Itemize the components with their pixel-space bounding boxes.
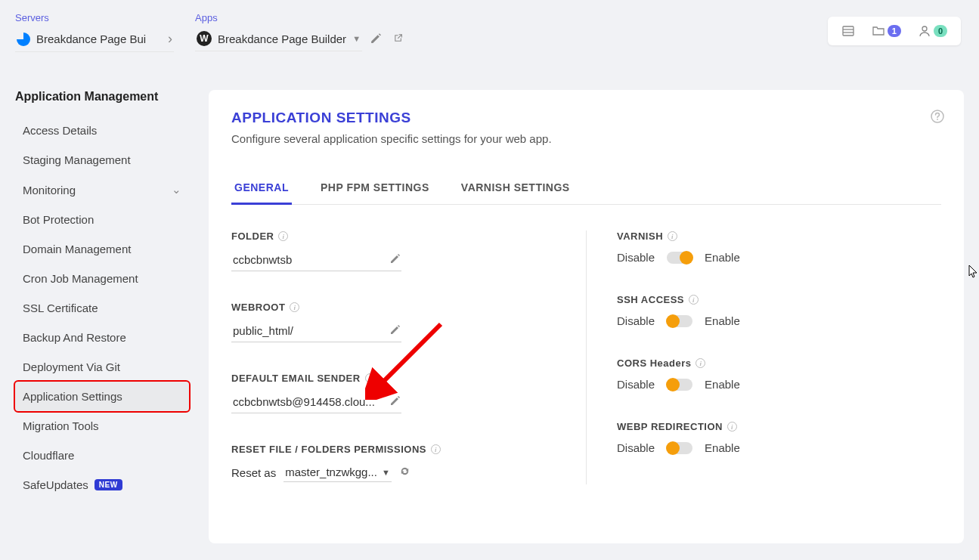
sidebar: Application Management Access DetailsSta… [15, 90, 189, 543]
email-field[interactable]: ccbcbnwtsb@914458.clou... [231, 390, 401, 413]
server-selector[interactable]: Breakdance Page Bui › [15, 26, 174, 52]
reset-prefix: Reset as [231, 466, 276, 479]
info-icon[interactable]: i [278, 231, 288, 241]
mouse-cursor [968, 265, 979, 283]
sidebar-title: Application Management [15, 90, 189, 104]
pencil-icon[interactable] [389, 394, 400, 408]
email-label: DEFAULT EMAIL SENDER [231, 373, 361, 384]
enable-label: Enable [705, 251, 740, 264]
webroot-field[interactable]: public_html/ [231, 319, 401, 342]
ssh-label: SSH ACCESS [617, 294, 684, 305]
ssh-toggle[interactable] [667, 315, 692, 327]
sidebar-item-backup-and-restore[interactable]: Backup And Restore [15, 323, 189, 352]
sidebar-item-label: Cloudflare [23, 449, 74, 462]
edit-app-icon[interactable] [370, 32, 381, 46]
user-status-icon[interactable]: 0 [918, 24, 947, 38]
sidebar-item-domain-management[interactable]: Domain Management [15, 234, 189, 264]
app-selector[interactable]: W Breakdance Page Builder ▼ [195, 26, 362, 51]
sidebar-item-label: Migration Tools [23, 419, 99, 432]
sidebar-item-label: Backup And Restore [23, 331, 126, 344]
open-external-icon[interactable] [392, 32, 403, 46]
list-icon[interactable] [841, 24, 855, 38]
sidebar-item-label: SSL Certificate [23, 302, 98, 314]
caret-down-icon: ▼ [352, 34, 361, 43]
cors-label: CORS Headers [617, 357, 691, 369]
sidebar-item-safeupdates[interactable]: SafeUpdatesNEW [15, 470, 189, 500]
sidebar-item-label: Cron Job Management [23, 272, 138, 285]
caret-down-icon: ▼ [382, 468, 390, 477]
disable-label: Disable [617, 251, 655, 264]
folder-badge: 1 [888, 25, 901, 37]
info-icon[interactable]: i [290, 302, 299, 312]
disable-label: Disable [617, 441, 655, 454]
folder-status-icon[interactable]: 1 [872, 24, 901, 38]
tab-general[interactable]: GENERAL [231, 172, 292, 205]
sidebar-item-label: Application Settings [23, 390, 122, 403]
info-icon[interactable]: i [431, 444, 441, 454]
cors-toggle[interactable] [667, 379, 692, 391]
info-icon[interactable]: i [696, 358, 705, 368]
sidebar-item-cloudflare[interactable]: Cloudflare [15, 441, 189, 470]
tab-php-fpm-settings[interactable]: PHP FPM SETTINGS [318, 172, 432, 204]
pencil-icon[interactable] [389, 252, 400, 266]
sidebar-item-application-settings[interactable]: Application Settings [15, 382, 189, 411]
settings-panel: APPLICATION SETTINGS Configure several a… [209, 90, 964, 543]
refresh-icon[interactable] [399, 466, 410, 479]
info-icon[interactable]: i [689, 295, 699, 305]
varnish-label: VARNISH [617, 230, 663, 242]
enable-label: Enable [705, 378, 740, 391]
info-icon[interactable]: i [668, 231, 677, 241]
panel-subtitle: Configure several application specific s… [231, 132, 941, 145]
panel-title: APPLICATION SETTINGS [231, 110, 941, 126]
varnish-toggle[interactable] [667, 252, 692, 264]
app-breadcrumb: Apps W Breakdance Page Builder ▼ [195, 12, 407, 51]
sidebar-item-label: Access Details [23, 124, 97, 137]
disable-label: Disable [617, 314, 655, 327]
pencil-icon[interactable] [389, 323, 400, 337]
folder-label: FOLDER [231, 230, 274, 242]
folder-field[interactable]: ccbcbnwtsb [231, 248, 401, 271]
sidebar-item-bot-protection[interactable]: Bot Protection [15, 205, 189, 234]
enable-label: Enable [705, 314, 740, 327]
enable-label: Enable [705, 441, 740, 454]
status-box: 1 0 [828, 17, 961, 45]
webp-label: WEBP REDIRECTION [617, 421, 723, 432]
server-breadcrumb: Servers Breakdance Page Bui › [15, 12, 174, 52]
sidebar-item-label: Staging Management [23, 153, 131, 166]
sidebar-item-deployment-via-git[interactable]: Deployment Via Git [15, 352, 189, 382]
reset-user-select[interactable]: master_tnzwkgg... ▼ [283, 463, 392, 482]
sidebar-item-cron-job-management[interactable]: Cron Job Management [15, 264, 189, 293]
tabs: GENERALPHP FPM SETTINGSVARNISH SETTINGS [231, 172, 941, 205]
wordpress-icon: W [197, 31, 212, 46]
reset-label: RESET FILE / FOLDERS PERMISSIONS [231, 444, 426, 455]
sidebar-item-staging-management[interactable]: Staging Management [15, 145, 189, 175]
info-icon[interactable]: i [727, 422, 737, 432]
sidebar-item-label: SafeUpdates [23, 478, 88, 491]
sidebar-item-ssl-certificate[interactable]: SSL Certificate [15, 293, 189, 323]
disable-label: Disable [617, 378, 655, 391]
help-icon[interactable] [931, 110, 944, 126]
new-badge: NEW [94, 479, 122, 490]
sidebar-item-monitoring[interactable]: Monitoring⌄ [15, 175, 189, 205]
webroot-label: WEBROOT [231, 302, 285, 313]
user-badge: 0 [934, 25, 947, 37]
sidebar-item-migration-tools[interactable]: Migration Tools [15, 411, 189, 441]
sidebar-item-label: Domain Management [23, 243, 131, 255]
sidebar-item-label: Bot Protection [23, 213, 94, 226]
sidebar-item-label: Monitoring [23, 184, 76, 196]
info-icon[interactable]: i [365, 373, 375, 383]
tab-varnish-settings[interactable]: VARNISH SETTINGS [458, 172, 573, 204]
chevron-down-icon: ⌄ [172, 183, 181, 196]
sidebar-item-access-details[interactable]: Access Details [15, 116, 189, 145]
chevron-right-icon: › [168, 31, 172, 47]
digitalocean-icon [17, 32, 30, 46]
servers-label[interactable]: Servers [15, 12, 174, 23]
apps-label[interactable]: Apps [195, 12, 407, 23]
sidebar-item-label: Deployment Via Git [23, 360, 120, 373]
webp-toggle[interactable] [667, 442, 692, 454]
